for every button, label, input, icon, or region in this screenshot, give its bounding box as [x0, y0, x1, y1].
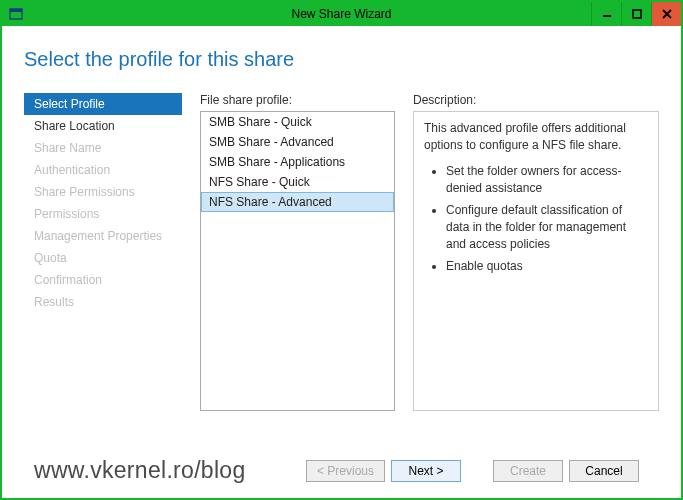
cancel-button[interactable]: Cancel: [569, 460, 639, 482]
profile-list-label: File share profile:: [200, 93, 395, 107]
profile-option[interactable]: SMB Share - Advanced: [201, 132, 394, 152]
profile-column: File share profile: SMB Share - QuickSMB…: [200, 93, 395, 447]
watermark-text: www.vkernel.ro/blog: [34, 457, 300, 484]
wizard-steps-sidebar: Select ProfileShare LocationShare NameAu…: [24, 93, 182, 447]
wizard-step: Management Properties: [24, 225, 182, 247]
wizard-step: Confirmation: [24, 269, 182, 291]
close-button[interactable]: [651, 2, 681, 26]
wizard-step[interactable]: Select Profile: [24, 93, 182, 115]
previous-button: < Previous: [306, 460, 385, 482]
wizard-step[interactable]: Share Location: [24, 115, 182, 137]
description-bullet: Configure default classification of data…: [446, 202, 648, 254]
content-pane: Select the profile for this share Select…: [2, 26, 681, 498]
wizard-step: Authentication: [24, 159, 182, 181]
maximize-button[interactable]: [621, 2, 651, 26]
app-icon: [8, 6, 24, 22]
wizard-step: Results: [24, 291, 182, 313]
wizard-window: New Share Wizard Select the profile for …: [0, 0, 683, 500]
description-bullet: Set the folder owners for access-denied …: [446, 163, 648, 198]
window-title: New Share Wizard: [291, 7, 391, 21]
description-bullet: Enable quotas: [446, 258, 648, 275]
wizard-step: Share Permissions: [24, 181, 182, 203]
create-button: Create: [493, 460, 563, 482]
profile-option[interactable]: SMB Share - Quick: [201, 112, 394, 132]
description-label: Description:: [413, 93, 659, 107]
titlebar: New Share Wizard: [2, 2, 681, 26]
page-heading: Select the profile for this share: [24, 48, 659, 71]
main-area: Select ProfileShare LocationShare NameAu…: [24, 93, 659, 447]
footer: www.vkernel.ro/blog < Previous Next > Cr…: [24, 447, 659, 498]
next-button[interactable]: Next >: [391, 460, 461, 482]
window-controls: [591, 2, 681, 26]
description-intro: This advanced profile offers additional …: [424, 120, 648, 155]
wizard-step: Share Name: [24, 137, 182, 159]
svg-rect-1: [10, 9, 22, 12]
profile-option[interactable]: NFS Share - Quick: [201, 172, 394, 192]
wizard-step: Quota: [24, 247, 182, 269]
minimize-button[interactable]: [591, 2, 621, 26]
profile-option[interactable]: SMB Share - Applications: [201, 152, 394, 172]
profile-option[interactable]: NFS Share - Advanced: [201, 192, 394, 212]
wizard-step: Permissions: [24, 203, 182, 225]
description-box: This advanced profile offers additional …: [413, 111, 659, 411]
description-column: Description: This advanced profile offer…: [413, 93, 659, 447]
profile-listbox[interactable]: SMB Share - QuickSMB Share - AdvancedSMB…: [200, 111, 395, 411]
svg-rect-3: [633, 10, 641, 18]
description-bullets: Set the folder owners for access-denied …: [446, 163, 648, 275]
